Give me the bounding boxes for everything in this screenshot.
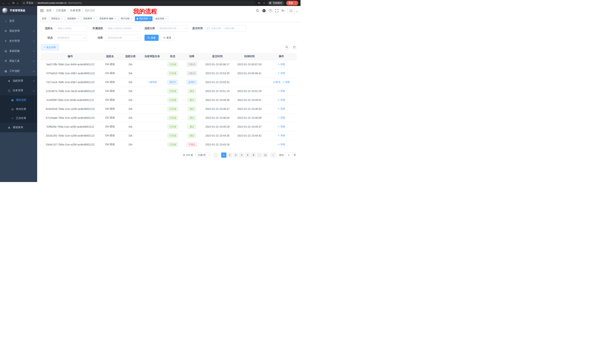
cell-current-task: [140, 96, 164, 105]
result-tag: 已取消: [187, 62, 197, 67]
breadcrumb-item[interactable]: 工作流程: [56, 9, 66, 12]
close-icon[interactable]: ×: [77, 17, 79, 20]
toggle-search-button[interactable]: [284, 45, 289, 50]
sidebar-item-devtools[interactable]: ⚒研发工具▾: [0, 56, 37, 66]
sidebar-item-infrastructure[interactable]: ▤基础设施▾: [0, 46, 37, 56]
detail-link[interactable]: ✎详情: [282, 80, 290, 84]
detail-link[interactable]: ✎详情: [278, 89, 285, 93]
page-6-button[interactable]: 6: [251, 153, 256, 158]
delete-icon: ⊘: [273, 81, 275, 84]
forward-icon[interactable]: →: [7, 2, 10, 4]
breadcrumb-item[interactable]: 首页: [46, 9, 52, 12]
submit-time-range-picker[interactable]: 开始日期 - 结束日期: [205, 25, 246, 31]
search-icon[interactable]: [256, 9, 259, 12]
avatar[interactable]: [288, 8, 295, 13]
sidebar-item-todo-tasks[interactable]: ◎待办任务: [0, 105, 37, 114]
chevron-down-icon[interactable]: ▾: [297, 11, 298, 13]
close-icon[interactable]: ×: [130, 17, 132, 20]
cell-submit-time: 2022-01-22 23:49:46: [202, 96, 233, 105]
sidebar-item-workflow[interactable]: ▦工作流程▴: [0, 66, 37, 76]
page-2-button[interactable]: 2: [227, 153, 232, 158]
task-management-icon: ◫: [7, 89, 11, 92]
tab-process-form-edit[interactable]: 流程表单-编辑×: [98, 16, 118, 21]
detail-link[interactable]: ✎详情: [278, 116, 285, 119]
table-toolbar: + 发起流程: [41, 44, 297, 50]
cell-submit-time: 2022-01-22 23:51:15: [202, 87, 233, 96]
password-key-icon[interactable]: [258, 1, 261, 4]
browser-home-icon[interactable]: ⌂: [17, 2, 19, 4]
help-icon[interactable]: ?: [269, 9, 272, 12]
tab-home[interactable]: 首页: [40, 16, 48, 21]
create-process-button[interactable]: + 发起流程: [41, 44, 59, 50]
cancel-link[interactable]: ⊘取消: [273, 80, 280, 84]
tab-process-form[interactable]: 流程表单×: [81, 16, 97, 21]
page-3-button[interactable]: 3: [233, 153, 238, 158]
page-11-button[interactable]: 11: [263, 153, 268, 158]
refresh-button[interactable]: [291, 45, 297, 50]
page-size-select[interactable]: 10条/页 ▾: [196, 153, 211, 158]
detail-link[interactable]: ✎详情: [278, 98, 285, 102]
tab-user-group[interactable]: 用户分组×: [119, 16, 134, 21]
close-icon[interactable]: ×: [61, 17, 63, 20]
prev-page-button[interactable]: ‹: [213, 153, 219, 158]
process-management-icon: ≣: [7, 79, 11, 82]
breadcrumb-item[interactable]: 任务管理: [70, 9, 80, 12]
tab-process-model[interactable]: 流程模型×: [65, 16, 80, 21]
result-select[interactable]: 请选择流结果 ▾: [105, 35, 140, 41]
next-page-button[interactable]: ›: [270, 153, 276, 158]
tab-process-definition[interactable]: 流程定义×: [49, 16, 64, 21]
pager-more-button[interactable]: ⋯: [257, 153, 262, 158]
close-icon[interactable]: ×: [165, 17, 167, 20]
sidebar-item-leave-query[interactable]: ♟请假查询: [0, 123, 37, 132]
page-jump-input[interactable]: [285, 153, 292, 158]
reset-button[interactable]: ↻ 重置: [160, 35, 174, 41]
close-icon[interactable]: ×: [93, 17, 95, 20]
tab-my-process[interactable]: 我的流程×: [135, 16, 152, 21]
sidebar-item-system[interactable]: ⚙系统管理▾: [0, 26, 37, 36]
table-row: 67c2eaab-7b9a-11ec-a290-acde48001122OA 请…: [41, 113, 297, 122]
sidebar-item-task-management[interactable]: ◫任务管理▴: [0, 86, 37, 95]
sidebar-item-done-tasks[interactable]: ✓已办任务: [0, 114, 37, 123]
sidebar-item-payment[interactable]: ¥支付管理▾: [0, 36, 37, 46]
detail-link[interactable]: ✎详情: [278, 143, 285, 146]
close-icon[interactable]: ×: [115, 17, 116, 20]
search-button[interactable]: 搜索: [144, 35, 159, 41]
tab-start-process[interactable]: 发起流程×: [153, 16, 169, 21]
sidebar-item-my-process[interactable]: ▣我的流程: [0, 95, 37, 105]
detail-link[interactable]: ✎详情: [278, 125, 285, 128]
current-task-link[interactable]: 一级审批: [147, 81, 157, 84]
fullscreen-icon[interactable]: [275, 9, 278, 12]
status-tag: 进行中: [168, 80, 178, 84]
reload-icon[interactable]: ↻: [12, 2, 15, 4]
detail-label: 详情: [280, 107, 285, 111]
close-icon[interactable]: ×: [149, 17, 151, 20]
address-bar[interactable]: ⚠ 不安全 dashboard.yudao.iocoder.cn /bpm/ta…: [21, 1, 256, 5]
owner-process-input[interactable]: [105, 25, 140, 31]
cell-actions: ✎详情: [266, 60, 297, 69]
page-4-button[interactable]: 4: [239, 153, 244, 158]
table-row: 03c6c157-7b9a-11ec-a290-acde48001122OA 请…: [41, 140, 297, 149]
app-logo[interactable]: 芋道管理系统: [0, 6, 37, 15]
cell-id: 819442e8-7b9a-11ec-a290-acde48001122: [41, 105, 100, 113]
category-select[interactable]: 请选择流程分类 ▾: [157, 25, 188, 31]
update-button[interactable]: 更新 ⋮: [286, 1, 298, 5]
detail-link[interactable]: ✎详情: [278, 63, 285, 66]
browser-menu-icon[interactable]: ⋮: [294, 2, 297, 4]
github-icon[interactable]: [262, 9, 266, 12]
page-1-button[interactable]: 1: [221, 153, 226, 158]
detail-link[interactable]: ✎详情: [278, 134, 285, 137]
hamburger-icon[interactable]: [40, 9, 44, 12]
page-5-button[interactable]: 5: [245, 153, 250, 158]
detail-link[interactable]: ✎详情: [278, 72, 285, 75]
incognito-label: 无痕模式: [273, 1, 282, 5]
bookmark-star-icon[interactable]: ☆: [263, 2, 265, 4]
sidebar-item-home[interactable]: ⌂首页: [0, 16, 37, 26]
detail-link[interactable]: ✎详情: [278, 107, 285, 111]
cell-process-name: OA 请假: [100, 78, 120, 87]
process-name-input[interactable]: [55, 25, 87, 31]
status-select[interactable]: 请选择状态 ▾: [55, 35, 87, 41]
cell-actions: ✎详情: [266, 105, 297, 113]
sidebar-item-process-management[interactable]: ≣流程管理▾: [0, 76, 37, 86]
back-icon[interactable]: ←: [2, 2, 5, 4]
font-size-icon[interactable]: TT: [281, 9, 284, 12]
